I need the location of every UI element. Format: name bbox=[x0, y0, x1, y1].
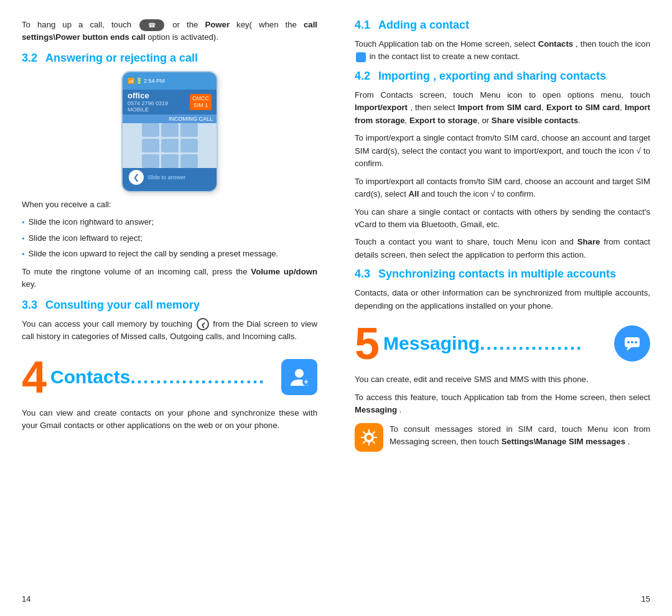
section-4-2-heading: 4.2 Importing , exporting and sharing co… bbox=[355, 70, 650, 83]
clock-icon bbox=[197, 318, 209, 330]
p1-bold-export-sim: Export to SIM card bbox=[546, 103, 620, 112]
intro-text: To hang up a call, touch ☎ or the Power … bbox=[22, 19, 317, 44]
section-4-1-bold-contacts: Contacts bbox=[538, 39, 573, 49]
section-3-3-text-1: You can access your call memory by touch… bbox=[22, 319, 192, 329]
bullet-list: • Slide the icon rightward to answer; • … bbox=[22, 216, 317, 260]
phone-caller-number: 0574 2796 0319 MOBILE bbox=[128, 100, 190, 113]
section-title-3-2: Answering or rejecting a call bbox=[45, 52, 198, 65]
receive-call-intro: When you receive a call: bbox=[22, 198, 317, 211]
svg-point-6 bbox=[631, 341, 633, 343]
section-4-2-p4: You can share a single contact or contac… bbox=[355, 206, 650, 231]
phone-key bbox=[180, 139, 198, 152]
phone-numpad-area bbox=[123, 123, 217, 168]
section-4-1-text-2: , then touch the icon bbox=[576, 39, 650, 49]
section-4-3-text: Contacts, data or other information can … bbox=[355, 287, 650, 312]
phone-key bbox=[161, 139, 179, 152]
svg-text:+: + bbox=[304, 378, 308, 386]
intro-text-3: key( when the bbox=[236, 20, 297, 29]
chapter-5-block: 5 Messaging................ bbox=[355, 321, 650, 366]
sim-message-text: To consult messages stored in SIM card, … bbox=[390, 423, 650, 449]
p1-end: . bbox=[578, 116, 581, 125]
phone-key bbox=[161, 123, 179, 137]
bullet-dot-3: • bbox=[22, 248, 25, 261]
bullet-text-1: Slide the icon rightward to answer; bbox=[29, 216, 154, 228]
chapter-5-dots: ................ bbox=[480, 333, 582, 353]
p1-bold-import: Import/export bbox=[355, 103, 408, 112]
section-title-3-3: Consulting your call memory bbox=[45, 299, 200, 312]
mute-text: To mute the ringtone volume of an incomi… bbox=[22, 266, 317, 291]
section-num-3-2: 3.2 bbox=[22, 52, 40, 65]
bullet-item-1: • Slide the icon rightward to answer; bbox=[22, 216, 317, 229]
intro-text-2: or the bbox=[172, 20, 198, 29]
menu-icon-wrap bbox=[355, 423, 383, 452]
page-number-left: 14 bbox=[22, 594, 30, 604]
p1-bold-from-sim: Import from SIM card bbox=[458, 103, 541, 112]
section-4-1-text-1: Touch Application tab on the Home screen… bbox=[355, 39, 536, 49]
sun-settings-icon bbox=[360, 428, 378, 447]
envelope-icon: ✉ bbox=[166, 189, 174, 192]
phone-caller-name: office bbox=[128, 91, 190, 100]
chapter-5-desc1: You can create, edit and receive SMS and… bbox=[355, 373, 650, 386]
section-title-4-3: Synchronizing contacts in multiple accou… bbox=[378, 268, 616, 281]
svg-point-5 bbox=[627, 341, 630, 343]
p3-bold-all: All bbox=[408, 189, 419, 198]
sim-message-block: To consult messages stored in SIM card, … bbox=[355, 423, 650, 454]
p1-text-b: , then select bbox=[410, 103, 455, 112]
intro-bold-power: Power bbox=[205, 20, 230, 29]
svg-point-0 bbox=[295, 369, 304, 378]
svg-line-17 bbox=[363, 441, 366, 444]
section-4-1-text: Touch Application tab on the Home screen… bbox=[355, 38, 650, 63]
section-title-4-1: Adding a contact bbox=[378, 19, 469, 32]
chapter-5-desc2-end: . bbox=[399, 405, 402, 414]
phone-mockup-wrap: 📶🔋2:54 PM office 0574 2796 0319 MOBILE C… bbox=[22, 71, 317, 192]
section-4-1-heading: 4.1 Adding a contact bbox=[355, 19, 650, 32]
phone-status-bar: 📶🔋2:54 PM bbox=[123, 72, 217, 90]
chapter-5-bold-msg: Messaging bbox=[355, 405, 397, 414]
page-number-right: 15 bbox=[642, 594, 650, 604]
intro-text-4: option is activated). bbox=[147, 32, 218, 42]
svg-point-9 bbox=[366, 435, 371, 440]
clock-hand-minute bbox=[202, 325, 204, 329]
mute-text-2: key. bbox=[22, 279, 36, 289]
p1-bold-export-storage: Export to storage bbox=[409, 116, 477, 125]
phone-mockup: 📶🔋2:54 PM office 0574 2796 0319 MOBILE C… bbox=[121, 71, 218, 192]
bullet-dot-1: • bbox=[22, 217, 25, 229]
phone-key bbox=[142, 154, 159, 168]
sim-msg-bold: Settings\Manage SIM messages bbox=[502, 437, 625, 446]
intro-text-1: To hang up a call, touch bbox=[22, 20, 131, 29]
chapter-4-block: 4 Contacts..................... + bbox=[22, 355, 317, 399]
phone-key bbox=[142, 123, 159, 137]
section-4-2-p5: Touch a contact you want to share, touch… bbox=[355, 236, 650, 261]
power-button-visual: ☎ bbox=[139, 19, 164, 32]
phone-slide-bar: ❮ Slide to answer bbox=[123, 168, 217, 187]
page-right: 4.1 Adding a contact Touch Application t… bbox=[336, 0, 672, 616]
slide-text: Slide to answer bbox=[147, 174, 186, 180]
section-4-3-heading: 4.3 Synchronizing contacts in multiple a… bbox=[355, 268, 650, 281]
section-4-2-p3: To import/export all contacts from/to SI… bbox=[355, 175, 650, 201]
p1-text: From Contacts screen, touch Menu icon to… bbox=[355, 90, 650, 100]
contacts-chapter-icon: + bbox=[281, 359, 317, 395]
section-3-2-heading: 3.2 Answering or rejecting a call bbox=[22, 52, 317, 65]
phone-bottom-icon: ✉ bbox=[123, 187, 217, 192]
bullet-item-3: • Slide the icon upward to reject the ca… bbox=[22, 248, 317, 261]
page-left: To hang up a call, touch ☎ or the Power … bbox=[0, 0, 336, 616]
phone-status-icons: 📶🔋2:54 PM bbox=[128, 78, 165, 84]
chapter-4-desc: You can view and create contacts on your… bbox=[22, 407, 317, 432]
p1-or: , or bbox=[477, 116, 492, 125]
phone-incoming-label: INCOMING CALL bbox=[123, 114, 217, 123]
mute-text-1: To mute the ringtone volume of an incomi… bbox=[22, 267, 248, 276]
person-icon-svg: + bbox=[288, 366, 310, 388]
chapter-5-title: Messaging................ bbox=[383, 333, 614, 354]
phone-key bbox=[142, 139, 159, 152]
chapter-4-num: 4 bbox=[22, 355, 47, 399]
chapter-5-desc2-text: To access this feature, touch Applicatio… bbox=[355, 393, 650, 402]
svg-point-7 bbox=[635, 341, 637, 343]
mute-bold: Volume up/down bbox=[251, 267, 317, 276]
phone-sim-badge: CMCCSIM 1 bbox=[190, 94, 212, 110]
section-3-3-heading: 3.3 Consulting your call memory bbox=[22, 299, 317, 312]
p1-comma2: , bbox=[620, 103, 625, 112]
p5-text: Touch a contact you want to share, touch… bbox=[355, 237, 574, 246]
phone-numpad-grid bbox=[142, 123, 198, 168]
bullet-text-2: Slide the icon leftward to reject; bbox=[29, 232, 142, 245]
phone-key bbox=[180, 123, 198, 137]
